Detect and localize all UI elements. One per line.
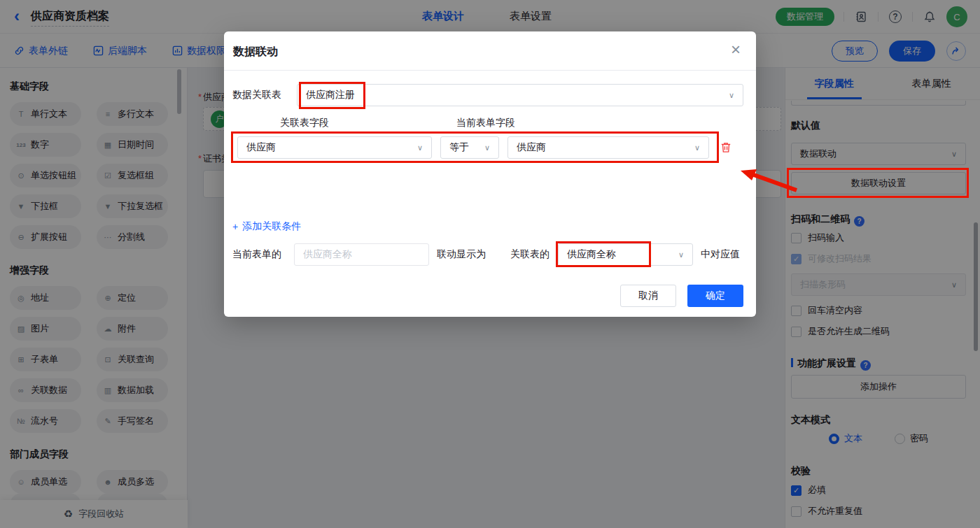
current-field-input: 供应商全称 [294,243,429,266]
condition-operator-value: 等于 [449,141,469,154]
chevron-down-icon: ∨ [694,143,700,152]
condition-left-field-value: 供应商 [246,141,276,154]
modal-title: 数据联动 [233,45,278,59]
display-field-select-value: 供应商全称 [567,248,616,261]
column-header-relation-field: 关联表字段 [280,117,329,129]
cancel-button[interactable]: 取消 [620,285,676,307]
app-root: ‹ 供应商资质档案 表单设计 表单设置 数据管理 ? C 表单外链后端脚本数据权… [0,0,980,528]
chevron-down-icon: ∨ [484,143,490,152]
divider [224,70,756,71]
condition-right-field-value: 供应商 [517,141,546,154]
column-header-current-field: 当前表单字段 [456,117,515,129]
chevron-down-icon: ∨ [417,143,423,152]
confirm-button[interactable]: 确定 [687,285,743,307]
link-display-label: 联动显示为 [437,248,486,261]
suffix-label: 中对应值 [701,248,740,261]
condition-left-field-select[interactable]: 供应商 ∨ [237,136,432,159]
plus-icon: + [232,221,238,232]
add-condition-link[interactable]: + 添加关联条件 [232,220,301,233]
close-icon[interactable]: × [731,40,741,59]
add-condition-label: 添加关联条件 [242,220,301,233]
condition-right-field-select[interactable]: 供应商 ∨ [507,136,709,159]
data-linkage-modal: 数据联动 × 数据关联表 供应商注册 ∨ 关联表字段 当前表单字段 供应商 ∨ … [224,31,756,317]
relation-table-select[interactable]: 供应商注册 ∨ [297,84,743,106]
chevron-down-icon: ∨ [678,250,684,259]
relation-table-label: 数据关联表 [232,89,281,101]
relation-table-select-value: 供应商注册 [306,89,355,101]
display-field-select[interactable]: 供应商全称 ∨ [558,243,693,266]
chevron-down-icon: ∨ [729,91,734,100]
condition-operator-select[interactable]: 等于 ∨ [440,136,499,159]
delete-condition-icon[interactable] [720,141,732,154]
relation-of-label: 关联表的 [510,248,550,261]
current-form-label: 当前表单的 [232,248,281,261]
